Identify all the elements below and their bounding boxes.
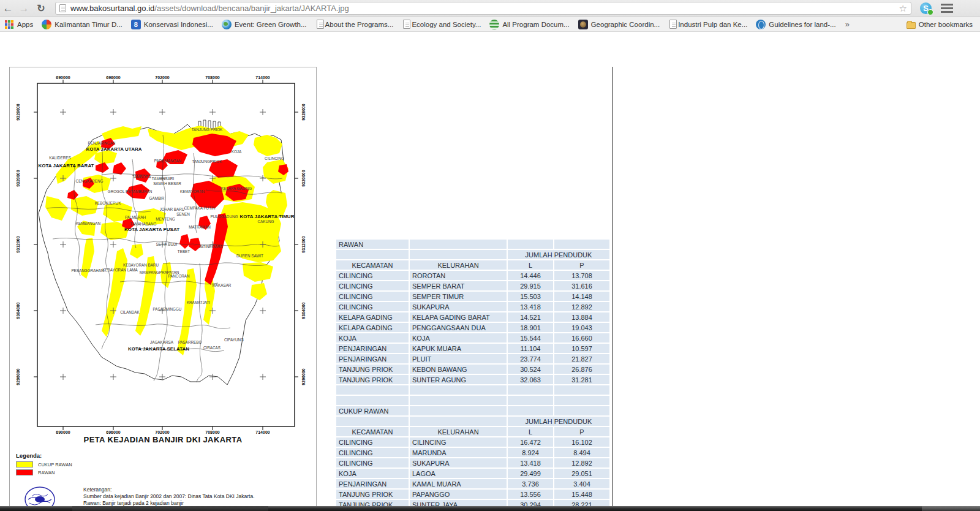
bookmark-item[interactable]: Industri Pulp dan Ke... bbox=[665, 18, 751, 31]
table-cell bbox=[554, 396, 609, 405]
grid-cross bbox=[159, 109, 165, 115]
url-path: /assets/download/bencana/banjir_jakarta/… bbox=[154, 4, 349, 13]
bookmark-item[interactable]: Kalimantan Timur D... bbox=[38, 18, 126, 31]
bookmark-item[interactable]: All Program Docum... bbox=[486, 18, 573, 31]
back-icon[interactable]: ← bbox=[0, 1, 16, 16]
bookmark-label: Kalimantan Timur D... bbox=[55, 21, 123, 28]
table-cell: PENGGANGSAAN DUA bbox=[410, 323, 507, 332]
forward-icon[interactable]: → bbox=[16, 1, 32, 16]
map-district-label: KRAMATJATI bbox=[187, 300, 210, 305]
table-cell: 14.446 bbox=[508, 271, 553, 280]
map-district-label: KEBAYORAN LAMA bbox=[102, 268, 138, 272]
table-cell: CILINCING bbox=[336, 292, 409, 301]
table-cell: 16.102 bbox=[554, 437, 609, 447]
bookmark-label: All Program Docum... bbox=[502, 21, 569, 28]
bookmark-star-icon[interactable]: ☆ bbox=[899, 3, 907, 14]
flood-map-sheet: 6900006900006960006960007020007020007080… bbox=[9, 67, 317, 511]
table-cell bbox=[554, 406, 609, 415]
y-axis-tick-label: 9304000 bbox=[16, 302, 20, 319]
bookmark-item[interactable]: Event: Green Growth... bbox=[218, 18, 311, 31]
table-cell: 15.448 bbox=[554, 490, 609, 499]
table-cell: 31.616 bbox=[554, 281, 609, 290]
table-cell: 13.418 bbox=[508, 302, 553, 311]
other-bookmarks[interactable]: Other bookmarks bbox=[903, 18, 976, 31]
map-district-label: TANJUNG PRIOK bbox=[192, 127, 223, 132]
map-district-label: KEMBANGAN bbox=[76, 221, 101, 225]
column-header-cell: KECAMATAN bbox=[336, 260, 409, 270]
map-district-label: CIRACAS bbox=[203, 346, 221, 350]
table-row: CILINCINGSEMPER TIMUR15.50314.148 bbox=[336, 292, 609, 301]
table-cell: ROROTAN bbox=[410, 271, 507, 280]
table-cell: SUNTER AGUNG bbox=[410, 375, 507, 384]
bookmarks-overflow-chevron[interactable]: » bbox=[840, 20, 854, 29]
table-cell: CILINCING bbox=[336, 302, 409, 311]
map-district-label: SENEN bbox=[176, 212, 190, 216]
address-bar[interactable]: www.bakosurtanal.go.id/assets/download/b… bbox=[55, 2, 911, 15]
grid-cross bbox=[260, 109, 266, 115]
windows-taskbar[interactable] bbox=[0, 506, 980, 511]
x-axis-tick-label: 696000 bbox=[106, 75, 120, 80]
table-row: KECAMATANKELURAHANLP bbox=[336, 260, 609, 270]
apps-shortcut[interactable]: Apps bbox=[1, 18, 37, 31]
table-row: JUMLAH PENDUDUK bbox=[336, 417, 609, 426]
table-cell: 23.774 bbox=[508, 354, 553, 363]
bookmark-label: Industri Pulp dan Ke... bbox=[678, 21, 747, 28]
bookmark-item[interactable]: Geographic Coordin... bbox=[575, 18, 664, 31]
table-cell bbox=[508, 385, 553, 395]
x-axis-tick-label: 708000 bbox=[205, 75, 219, 80]
table-cell bbox=[508, 240, 553, 249]
table-cell bbox=[410, 385, 507, 395]
table-cell: CILINCING bbox=[336, 437, 409, 447]
map-district-label: GROGOL PETAMBURAN bbox=[108, 189, 153, 194]
table-cell: KELAPA GADING bbox=[336, 312, 409, 322]
taskbar-tray[interactable] bbox=[922, 506, 980, 511]
table-cell: KELAPA GADING BARAT bbox=[410, 312, 507, 322]
bookmark-label: Konservasi Indonesi... bbox=[144, 21, 213, 28]
apps-label: Apps bbox=[17, 21, 33, 28]
table-cell: 14.148 bbox=[554, 292, 609, 301]
globe-icon bbox=[222, 20, 232, 29]
table-cell: PENJARINGAN bbox=[336, 479, 409, 488]
url-text[interactable]: www.bakosurtanal.go.id/assets/download/b… bbox=[70, 4, 349, 13]
map-district-label: CIPAYUNG bbox=[224, 338, 244, 342]
legend-item: RAWAN bbox=[16, 469, 72, 475]
map-district-label: KEBAYORAN BARU bbox=[123, 263, 159, 267]
bookmark-item[interactable]: Ecology and Society... bbox=[398, 18, 484, 31]
map-district-label: MENTENG bbox=[156, 217, 175, 221]
legend-label: RAWAN bbox=[38, 470, 55, 475]
page-icon bbox=[317, 20, 324, 29]
bookmark-label: Ecology and Society... bbox=[412, 21, 481, 28]
y-axis-tick-label: 9312000 bbox=[16, 236, 20, 252]
map-city-label: KOTA JAKARTA PUSAT bbox=[124, 227, 179, 232]
menu-icon[interactable] bbox=[941, 4, 953, 13]
table-cell: PENJARINGAN bbox=[336, 354, 409, 363]
bookmark-item[interactable]: Konservasi Indonesi... bbox=[127, 18, 217, 31]
taskbar-apps[interactable] bbox=[72, 506, 268, 511]
map-district-label: PADEMANGAN bbox=[154, 159, 182, 163]
grid-cross bbox=[60, 308, 66, 314]
skype-extension-icon[interactable]: S bbox=[919, 2, 933, 15]
table-cell: PLUIT bbox=[410, 354, 507, 363]
table-row: KELAPA GADINGPENGGANGSAAN DUA18.90119.04… bbox=[336, 323, 609, 332]
map-district-label: JAGAKARSA bbox=[150, 340, 174, 344]
table-cell: KOJA bbox=[336, 469, 409, 478]
bookmark-item[interactable]: About the Programs... bbox=[312, 18, 398, 31]
column-header-cell: KELURAHAN bbox=[410, 427, 507, 436]
table-cell: CILINCING bbox=[410, 437, 507, 447]
table-row: CILINCINGMARUNDA8.9248.494 bbox=[336, 448, 609, 457]
bookmark-item[interactable]: Guidelines for land-... bbox=[752, 18, 839, 31]
map-legend: Legenda: CUKUP RAWANRAWAN bbox=[16, 452, 72, 475]
page-icon bbox=[59, 4, 66, 12]
refresh-icon[interactable]: ↻ bbox=[33, 1, 49, 16]
section-title-cell: CUKUP RAWAN bbox=[336, 406, 409, 415]
map-district-label: CEMPAKA PUTIH bbox=[184, 206, 216, 210]
map-district-label: KELAPA GADING bbox=[221, 186, 252, 191]
x-axis-tick-label: 708000 bbox=[205, 430, 219, 434]
map-district-label: KEMAYORAN bbox=[180, 189, 205, 194]
table-cell bbox=[336, 417, 409, 426]
table-cell: 31.281 bbox=[554, 375, 609, 384]
grid-cross bbox=[60, 374, 66, 380]
table-cell: CILINCING bbox=[336, 281, 409, 290]
table-cell: SEMPER BARAT bbox=[410, 281, 507, 290]
table-cell: 32.063 bbox=[508, 375, 553, 384]
